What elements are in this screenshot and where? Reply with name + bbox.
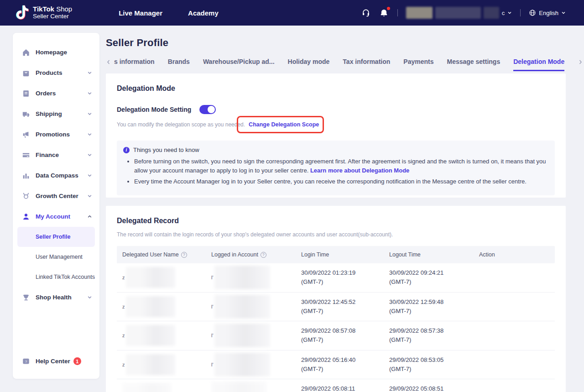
question-circle-icon[interactable]: ? (181, 252, 187, 258)
help-center-label: Help Center (36, 358, 70, 365)
redacted-account-name (484, 7, 499, 19)
notification-dot (387, 7, 390, 10)
tab-brands[interactable]: Brands (168, 58, 190, 70)
bar-chart-icon (22, 172, 30, 180)
tab-delegation-mode[interactable]: Delegation Mode (513, 58, 564, 71)
chevron-down-icon (87, 295, 92, 300)
account-suffix: c (502, 10, 505, 16)
info-bullet: Every time the Account Manager log in to… (134, 177, 548, 186)
learn-more-link[interactable]: Learn more about Delegation Mode (310, 167, 409, 174)
table-row: z l' 29/09/2022 05:16:40 (GMT-7) 29/09/2… (117, 350, 555, 380)
delegation-mode-setting-label: Delegation Mode Setting (117, 106, 191, 113)
chevron-down-icon (87, 132, 92, 137)
top-bar: TikTok Shop Seller Center Live Manager A… (0, 0, 584, 26)
chevron-down-icon (561, 10, 566, 15)
tab-holiday-mode[interactable]: Holiday mode (288, 58, 330, 70)
col-login-time: Login Time (296, 251, 384, 258)
info-icon: i (123, 147, 130, 153)
home-icon (22, 48, 30, 57)
table-row: z l' 29/09/2022 08:57:08 (GMT-7) 29/09/2… (117, 321, 555, 350)
sidebar-item-promotions[interactable]: Promotions (13, 124, 99, 145)
divider (397, 9, 398, 16)
delegated-record-section: Delegated Record The record will contain… (106, 206, 566, 392)
logout-time: 29/09/2022 08:57:38 (GMT-7) (384, 326, 474, 345)
info-box-title: Things you need to know (133, 146, 199, 153)
info-bullet: Before turning on the switch, you need t… (134, 157, 548, 175)
redacted-user-name (126, 296, 175, 317)
nav-academy[interactable]: Academy (188, 9, 219, 17)
table-row: z l' 30/09/2022 12:45:52 (GMT-7) 30/09/2… (117, 293, 555, 322)
sidebar-item-homepage[interactable]: Homepage (13, 42, 99, 63)
sidebar-item-products[interactable]: Products (13, 63, 99, 83)
chevron-down-icon (507, 10, 512, 15)
question-circle-icon[interactable]: ? (261, 252, 266, 258)
page-title: Seller Profile (106, 37, 566, 49)
table-header: Delegated User Name ? Logged in Account … (117, 246, 555, 263)
sidebar-item-label: Growth Center (36, 193, 87, 199)
notifications-bell-icon[interactable] (379, 8, 389, 18)
sidebar-item-growth-center[interactable]: Growth Center (13, 186, 99, 206)
sidebar-item-shipping[interactable]: Shipping (13, 104, 99, 124)
sidebar-item-label: Finance (36, 152, 87, 158)
redacted-account-name (406, 7, 433, 19)
tab-payments[interactable]: Payments (403, 58, 433, 70)
language-selector[interactable]: English (529, 9, 566, 16)
brand-line2: Seller Center (33, 13, 72, 20)
brand-bold: TikTok (33, 5, 54, 13)
credit-card-icon (22, 151, 30, 159)
col-logged-in-account: Logged in Account ? (206, 251, 296, 258)
sidebar-item-data-compass[interactable]: Data Compass (13, 165, 99, 186)
login-time: 29/09/2022 08:57:08 (GMT-7) (296, 326, 384, 345)
chevron-up-icon (87, 214, 92, 219)
tab-tax-information[interactable]: Tax information (343, 58, 390, 70)
delegated-record-heading: Delegated Record (117, 217, 555, 225)
delegated-record-table: Delegated User Name ? Logged in Account … (117, 246, 555, 392)
chevron-down-icon (87, 193, 92, 199)
chevron-down-icon (87, 152, 92, 157)
login-time: 30/09/2022 12:45:52 (GMT-7) (296, 298, 384, 316)
tab-bar: s information Brands Warehouse/Pickup ad… (106, 58, 566, 73)
sidebar-subitem-seller-profile[interactable]: Seller Profile (17, 227, 95, 247)
logout-time: 30/09/2022 12:59:48 (GMT-7) (384, 298, 474, 316)
support-headset-icon[interactable] (361, 8, 371, 18)
sidebar-item-my-account[interactable]: My Account (13, 206, 99, 227)
tab-business-information[interactable]: s information (114, 58, 155, 70)
info-box: i Things you need to know Before turning… (117, 141, 555, 195)
chevron-down-icon (87, 91, 92, 96)
trophy-icon (22, 293, 30, 302)
sidebar-item-label: Shop Health (36, 294, 87, 301)
tab-warehouse-pickup[interactable]: Warehouse/Pickup ad... (203, 58, 275, 70)
chevron-down-icon (87, 70, 92, 75)
sidebar-subitem-user-management[interactable]: User Management (13, 247, 99, 267)
globe-icon (529, 9, 536, 16)
sidebar-item-label: Products (36, 69, 87, 76)
redacted-user-name (126, 354, 175, 375)
change-delegation-scope-link[interactable]: Change Delegation Scope (249, 121, 319, 128)
redacted-user-name (126, 325, 175, 346)
delegation-mode-toggle[interactable] (199, 105, 216, 114)
toggle-knob (208, 106, 215, 113)
sidebar-item-label: Shipping (36, 110, 87, 117)
sidebar-item-help-center[interactable]: ? Help Center 1 (13, 351, 99, 371)
sidebar-item-finance[interactable]: Finance (13, 145, 99, 165)
sidebar-item-label: My Account (36, 213, 87, 220)
logout-time: 29/09/2022 08:53:05 (GMT-7) (384, 355, 474, 374)
login-time: 29/09/2022 05:08:11 (GMT-7) (296, 384, 384, 392)
table-row: 29/09/2022 05:08:11 (GMT-7) 29/09/2022 0… (117, 379, 555, 392)
delegation-mode-heading: Delegation Mode (117, 84, 555, 93)
nav-live-manager[interactable]: Live Manager (119, 9, 162, 17)
account-menu[interactable]: c (406, 7, 512, 19)
redacted-user-name (122, 383, 172, 392)
tab-message-settings[interactable]: Message settings (447, 58, 500, 70)
sidebar-subitem-linked-tiktok-accounts[interactable]: Linked TikTok Accounts (13, 267, 99, 287)
col-logout-time: Logout Time (384, 251, 474, 258)
top-nav: Live Manager Academy (119, 9, 219, 17)
sidebar-item-orders[interactable]: Orders (13, 83, 99, 104)
redacted-account (211, 382, 267, 392)
tabs-scroll-right-icon[interactable] (578, 59, 583, 65)
svg-text:?: ? (25, 359, 27, 363)
sidebar-item-shop-health[interactable]: Shop Health (13, 287, 99, 308)
tabs-scroll-left-icon[interactable] (106, 59, 111, 65)
brand-logo[interactable]: TikTok Shop Seller Center (16, 5, 72, 21)
delegated-record-subtitle: The record will contain the login record… (117, 231, 555, 238)
